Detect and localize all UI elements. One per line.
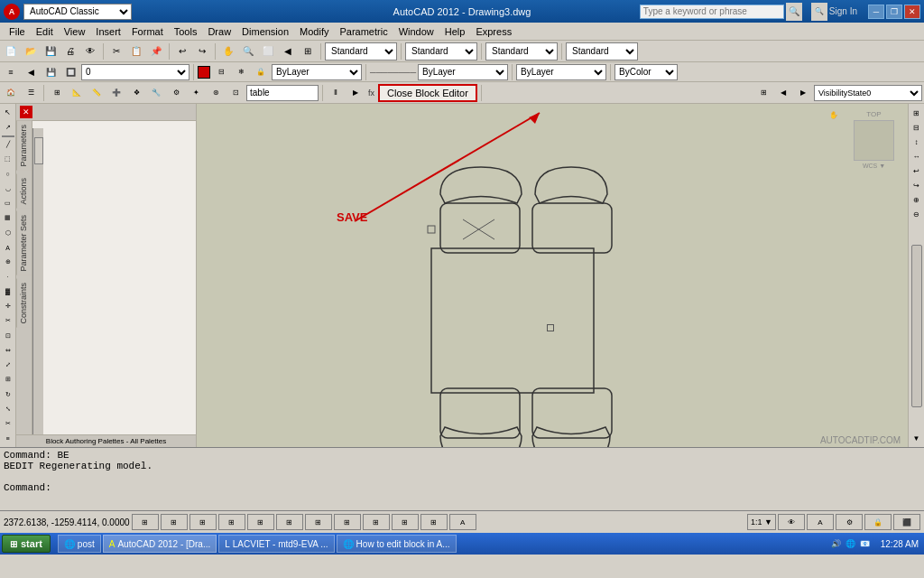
- lt-trim[interactable]: ✂: [1, 417, 15, 431]
- viewcube-area[interactable]: TOP WCS ▼: [845, 108, 903, 172]
- lt-erase[interactable]: ✂: [1, 314, 15, 328]
- be-menu-icon[interactable]: ☰: [22, 84, 40, 102]
- status-btn-dyn[interactable]: ⊞: [363, 514, 390, 530]
- rp-btn6[interactable]: ↪: [910, 178, 924, 192]
- be-tool3[interactable]: 📏: [88, 84, 106, 102]
- be-right1[interactable]: ⊞: [754, 84, 772, 102]
- paste-button[interactable]: 📌: [147, 42, 165, 61]
- annotation-visibility[interactable]: 👁: [778, 514, 805, 530]
- lt-scale[interactable]: ⤡: [1, 402, 15, 415]
- be-tool10[interactable]: ⊡: [226, 84, 245, 102]
- menu-edit[interactable]: Edit: [31, 24, 59, 39]
- palette-item-point[interactable]: Point: [32, 125, 196, 128]
- status-btn-otrack[interactable]: ⊞: [305, 514, 332, 530]
- workspace-settings[interactable]: ⚙: [836, 514, 863, 530]
- be-tool8[interactable]: ✦: [187, 84, 205, 102]
- restore-button[interactable]: ❐: [886, 5, 902, 19]
- menu-file[interactable]: File: [4, 24, 31, 39]
- status-btn-3dosnap[interactable]: ⊞: [276, 514, 303, 530]
- status-btn-qp[interactable]: ⊞: [420, 514, 448, 530]
- rp-btn4[interactable]: ↔: [910, 149, 924, 163]
- menu-parametric[interactable]: Parametric: [334, 24, 393, 39]
- zoom-extent[interactable]: ⊞: [299, 42, 317, 61]
- linetype-dropdown[interactable]: ByLayer: [418, 64, 508, 80]
- canvas-area[interactable]: SAVE: [197, 104, 908, 447]
- lt-rect[interactable]: ▭: [1, 197, 15, 210]
- tab-constraints[interactable]: Constraints: [16, 279, 32, 328]
- taskbar-item-howtoedit[interactable]: 🌐 How to edit block in A...: [337, 535, 457, 553]
- block-name-input[interactable]: [246, 85, 319, 101]
- visual-style-dropdown[interactable]: Standard: [325, 42, 397, 61]
- menu-dimension[interactable]: Dimension: [236, 24, 294, 39]
- lt-offset[interactable]: ⤢: [1, 359, 15, 372]
- lt-arc[interactable]: ◡: [1, 182, 15, 195]
- autoscale[interactable]: A: [807, 514, 834, 530]
- status-btn-polar[interactable]: ⊞: [218, 514, 245, 530]
- lt-hatch[interactable]: ▦: [1, 211, 15, 225]
- canvas-vscroll[interactable]: [911, 221, 922, 431]
- layer-state-button[interactable]: 💾: [42, 63, 60, 81]
- tray-icon-volume[interactable]: 🔊: [830, 537, 843, 550]
- status-btn-snap[interactable]: ⊞: [132, 514, 159, 530]
- lt-text[interactable]: A: [1, 240, 15, 254]
- close-block-editor-button[interactable]: Close Block Editor: [378, 84, 477, 102]
- zoom-prev[interactable]: ◀: [279, 42, 297, 61]
- lt-move[interactable]: ✛: [1, 299, 15, 312]
- search-icon[interactable]: 🔍: [811, 3, 827, 21]
- menu-help[interactable]: Help: [439, 24, 471, 39]
- lt-insert[interactable]: ⊕: [1, 256, 15, 269]
- menu-view[interactable]: View: [59, 24, 91, 39]
- color-property-dropdown[interactable]: ByLayer: [272, 64, 362, 80]
- viewport-scale-dropdown[interactable]: Standard: [566, 42, 638, 61]
- lt-pick2[interactable]: ↗: [1, 120, 15, 134]
- status-btn-lw[interactable]: ⊞: [392, 514, 419, 530]
- status-btn-sc[interactable]: A: [449, 514, 476, 530]
- lt-pline[interactable]: ⬚: [1, 153, 15, 166]
- palette-scrollbar-thumb[interactable]: [34, 137, 43, 164]
- cut-button[interactable]: ✂: [107, 42, 125, 61]
- status-btn-grid[interactable]: ⊞: [161, 514, 188, 530]
- scale-display[interactable]: 1:1 ▼: [747, 514, 776, 530]
- lt-gradient[interactable]: ▓: [1, 284, 15, 298]
- nav-pan-icon[interactable]: ✋: [827, 108, 840, 121]
- vscroll-thumb[interactable]: [911, 245, 922, 406]
- tray-icon-network[interactable]: 🌐: [845, 537, 857, 550]
- preview-button[interactable]: 👁: [81, 42, 99, 61]
- menu-format[interactable]: Format: [126, 24, 169, 39]
- palette-close-button[interactable]: ✕: [20, 106, 32, 118]
- lt-mirror[interactable]: ⇔: [1, 343, 15, 357]
- rp-btn5[interactable]: ↩: [910, 163, 924, 178]
- be-tool6[interactable]: 🔧: [147, 84, 165, 102]
- tray-icon-mail[interactable]: 📧: [859, 537, 872, 550]
- workspace-dropdown[interactable]: Standard: [405, 42, 477, 61]
- plot-button[interactable]: 🖨: [61, 42, 79, 61]
- rp-btn8[interactable]: ⊖: [910, 207, 924, 221]
- tab-actions[interactable]: Actions: [16, 174, 32, 209]
- rp-scrolldown[interactable]: ▼: [910, 431, 924, 445]
- viewcube-cube[interactable]: [854, 120, 894, 161]
- plot-style-dropdown[interactable]: ByColor: [614, 64, 678, 80]
- app-dropdown[interactable]: AutoCAD Classic: [23, 4, 132, 20]
- lt-pick[interactable]: ↖: [1, 106, 15, 119]
- sign-in-link[interactable]: Sign In: [829, 6, 857, 16]
- clean-screen[interactable]: ⬛: [893, 514, 920, 530]
- be-param-icon[interactable]: Ⅱ: [327, 84, 345, 102]
- keyword-search-input[interactable]: [640, 5, 784, 19]
- be-tool7[interactable]: ⚙: [167, 84, 185, 102]
- lock-ui[interactable]: 🔒: [864, 514, 892, 530]
- taskbar-item-autocad[interactable]: A AutoCAD 2012 - [Dra...: [103, 535, 217, 553]
- tab-parameter-sets[interactable]: Parameter Sets: [16, 211, 32, 275]
- status-btn-ortho[interactable]: ⊞: [189, 514, 217, 530]
- undo-button[interactable]: ↩: [173, 42, 191, 61]
- palette-scrollbar[interactable]: [32, 128, 43, 434]
- rp-btn1[interactable]: ⊞: [910, 106, 924, 120]
- lt-circle[interactable]: ○: [1, 167, 15, 181]
- be-tool9[interactable]: ⊛: [207, 84, 225, 102]
- lt-array[interactable]: ⊞: [1, 373, 15, 387]
- visibility-state-dropdown[interactable]: VisibilityState0: [814, 85, 922, 101]
- lt-point[interactable]: ·: [1, 270, 15, 284]
- open-button[interactable]: 📂: [22, 42, 40, 61]
- close-button[interactable]: ✕: [904, 5, 920, 19]
- tab-parameters[interactable]: Parameters: [16, 121, 32, 171]
- menu-tools[interactable]: Tools: [169, 24, 203, 39]
